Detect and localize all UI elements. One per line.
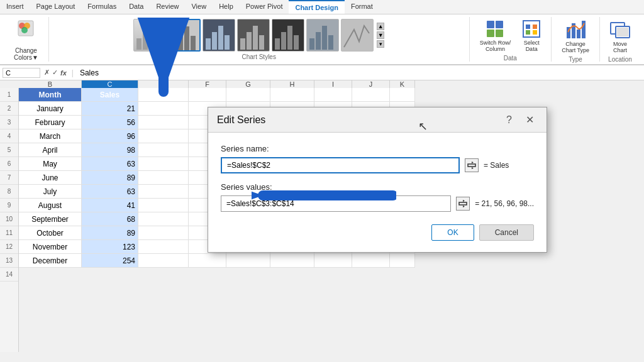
cell-j1[interactable]: [352, 88, 390, 102]
header-month[interactable]: Month: [19, 88, 82, 102]
series-name-input[interactable]: [221, 157, 460, 173]
svg-rect-9: [178, 33, 183, 50]
change-chart-type-button[interactable]: ChangeChart Type: [558, 17, 593, 56]
col-header-h[interactable]: H: [270, 80, 314, 88]
styles-more[interactable]: ▾: [377, 40, 384, 48]
move-chart-button[interactable]: MoveChart: [606, 17, 634, 56]
tab-formulas[interactable]: Formulas: [81, 0, 123, 14]
svg-rect-16: [225, 35, 230, 50]
col-header-b[interactable]: B: [19, 80, 82, 88]
cell-sales-3[interactable]: 96: [82, 129, 138, 143]
chart-style-7[interactable]: [341, 19, 374, 52]
dialog-close-button[interactable]: ✕: [522, 112, 538, 127]
tab-help[interactable]: Help: [213, 0, 240, 14]
chart-style-2[interactable]: [168, 19, 201, 52]
switch-row-column-label: Switch Row/Column: [480, 40, 511, 52]
name-box[interactable]: [3, 68, 40, 78]
chart-style-5[interactable]: [272, 19, 304, 52]
svg-rect-38: [533, 25, 537, 29]
formula-input[interactable]: [77, 68, 641, 78]
ribbon-content: ChangeColors▼: [0, 14, 644, 65]
confirm-formula-icon[interactable]: ✓: [52, 69, 58, 77]
chart-style-6[interactable]: [306, 19, 339, 52]
cell-g1[interactable]: [226, 88, 270, 102]
cell-month-10[interactable]: October: [19, 226, 82, 240]
col-header-e[interactable]: E: [138, 80, 189, 88]
col-header-c[interactable]: C: [82, 80, 138, 88]
chart-style-4[interactable]: [237, 19, 270, 52]
insert-function-icon[interactable]: fx: [60, 69, 67, 77]
cell-k1[interactable]: [390, 88, 415, 102]
cell-month-12[interactable]: December: [19, 254, 82, 268]
cell-month-9[interactable]: September: [19, 212, 82, 226]
series-values-expand-button[interactable]: [456, 197, 470, 211]
tab-page-layout[interactable]: Page Layout: [30, 0, 82, 14]
cell-sales-10[interactable]: 89: [82, 226, 138, 240]
col-header-f[interactable]: F: [189, 80, 226, 88]
cell-sales-12[interactable]: 254: [82, 254, 138, 268]
svg-rect-23: [275, 38, 280, 50]
cell-e1[interactable]: [138, 88, 189, 102]
select-data-button[interactable]: SelectData: [518, 17, 545, 55]
cell-sales-11[interactable]: 123: [82, 240, 138, 254]
series-values-eq-value: = 21, 56, 96, 98...: [475, 199, 534, 208]
cell-month-1[interactable]: January: [19, 102, 82, 116]
cancel-button[interactable]: Cancel: [479, 224, 534, 241]
cell-month-11[interactable]: November: [19, 240, 82, 254]
cell-i1[interactable]: [314, 88, 352, 102]
cell-sales-8[interactable]: 41: [82, 199, 138, 212]
cell-h1[interactable]: [270, 88, 314, 102]
tab-view[interactable]: View: [185, 0, 213, 14]
tab-power-pivot[interactable]: Power Pivot: [240, 0, 289, 14]
change-colors-button[interactable]: ChangeColors▼: [10, 17, 42, 63]
cell-sales-4[interactable]: 98: [82, 143, 138, 157]
formula-bar: ✗ ✓ fx |: [0, 65, 644, 80]
cancel-formula-icon[interactable]: ✗: [44, 69, 50, 77]
styles-scroll-down[interactable]: ▼: [377, 31, 384, 39]
col-header-k[interactable]: K: [390, 80, 415, 88]
dialog-help-button[interactable]: ?: [502, 113, 516, 127]
chart-style-3[interactable]: [203, 19, 235, 52]
ok-button[interactable]: OK: [431, 224, 474, 241]
tab-data[interactable]: Data: [123, 0, 150, 14]
series-values-input[interactable]: [221, 195, 451, 212]
switch-row-column-button[interactable]: Switch Row/Column: [476, 17, 515, 55]
svg-rect-18: [240, 38, 245, 50]
dialog-title-bar: Edit Series ? ✕: [208, 107, 547, 133]
tab-chart-design[interactable]: Chart Design: [289, 0, 344, 14]
cell-month-4[interactable]: April: [19, 143, 82, 157]
cell-month-3[interactable]: March: [19, 129, 82, 143]
cell-sales-7[interactable]: 63: [82, 185, 138, 199]
svg-rect-29: [322, 26, 327, 50]
col-header-i[interactable]: I: [314, 80, 352, 88]
tab-review[interactable]: Review: [150, 0, 185, 14]
series-values-row: = 21, 56, 96, 98...: [221, 195, 534, 212]
cell-sales-6[interactable]: 89: [82, 171, 138, 185]
col-header-j[interactable]: J: [352, 80, 390, 88]
cell-month-8[interactable]: August: [19, 199, 82, 212]
dialog-buttons: OK Cancel: [221, 224, 534, 241]
cell-month-2[interactable]: February: [19, 116, 82, 129]
cell-sales-1[interactable]: 21: [82, 102, 138, 116]
svg-rect-47: [468, 164, 475, 167]
header-sales[interactable]: Sales: [82, 88, 138, 102]
cell-sales-5[interactable]: 63: [82, 157, 138, 171]
cell-month-5[interactable]: May: [19, 157, 82, 171]
svg-rect-37: [526, 30, 530, 35]
cell-sales-2[interactable]: 56: [82, 116, 138, 129]
chart-style-1[interactable]: [133, 19, 166, 52]
svg-rect-32: [496, 21, 503, 28]
col-header-g[interactable]: G: [226, 80, 270, 88]
svg-marker-49: [472, 167, 474, 169]
table-row: December 254: [19, 254, 415, 268]
cell-f1[interactable]: [189, 88, 226, 102]
tab-insert[interactable]: Insert: [0, 0, 30, 14]
tab-format[interactable]: Format: [345, 0, 379, 14]
cell-month-6[interactable]: June: [19, 171, 82, 185]
series-name-expand-button[interactable]: [465, 158, 479, 172]
svg-rect-42: [577, 30, 580, 38]
svg-rect-33: [487, 30, 494, 37]
cell-sales-9[interactable]: 68: [82, 212, 138, 226]
styles-scroll-up[interactable]: ▲: [377, 23, 384, 30]
cell-month-7[interactable]: July: [19, 185, 82, 199]
